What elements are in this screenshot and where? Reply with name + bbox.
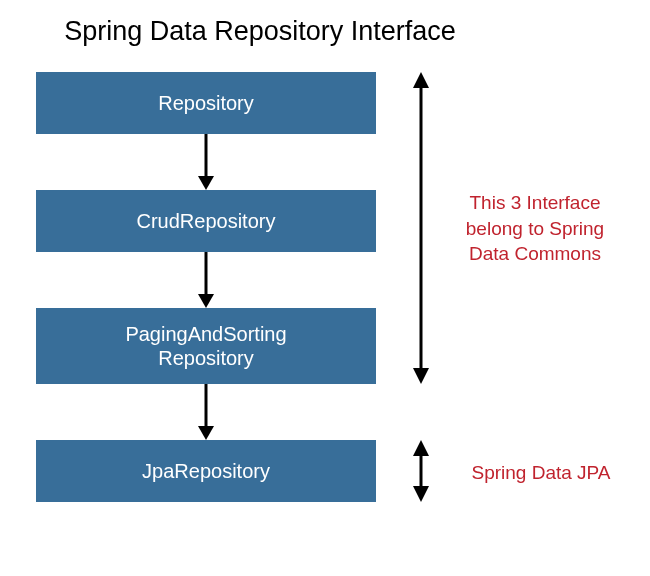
svg-marker-3 xyxy=(198,294,214,308)
arrow-1 xyxy=(36,134,376,190)
svg-marker-11 xyxy=(413,486,429,502)
bracket-bottom xyxy=(410,440,432,502)
annotation-spring-data-jpa: Spring Data JPA xyxy=(456,460,626,486)
box-jpa-repository: JpaRepository xyxy=(36,440,376,502)
annot-top-line3: Data Commons xyxy=(469,243,601,264)
diagram-title: Spring Data Repository Interface xyxy=(0,16,520,47)
bracket-top xyxy=(410,72,432,384)
box-paging-sorting-repository: PagingAndSorting Repository xyxy=(36,308,376,384)
svg-marker-5 xyxy=(198,426,214,440)
annot-top-line2: belong to Spring xyxy=(466,218,604,239)
box-repository: Repository xyxy=(36,72,376,134)
hierarchy-column: Repository CrudRepository PagingAndSorti… xyxy=(36,72,376,502)
svg-marker-10 xyxy=(413,440,429,456)
box-crud-repository: CrudRepository xyxy=(36,190,376,252)
annot-top-line1: This 3 Interface xyxy=(470,192,601,213)
svg-marker-7 xyxy=(413,72,429,88)
arrow-2 xyxy=(36,252,376,308)
annot-bottom: Spring Data JPA xyxy=(471,462,610,483)
arrow-3 xyxy=(36,384,376,440)
annotation-spring-data-commons: This 3 Interface belong to Spring Data C… xyxy=(450,190,620,267)
box3-line1: PagingAndSorting xyxy=(125,323,286,345)
svg-marker-8 xyxy=(413,368,429,384)
box3-line2: Repository xyxy=(158,347,254,369)
svg-marker-1 xyxy=(198,176,214,190)
